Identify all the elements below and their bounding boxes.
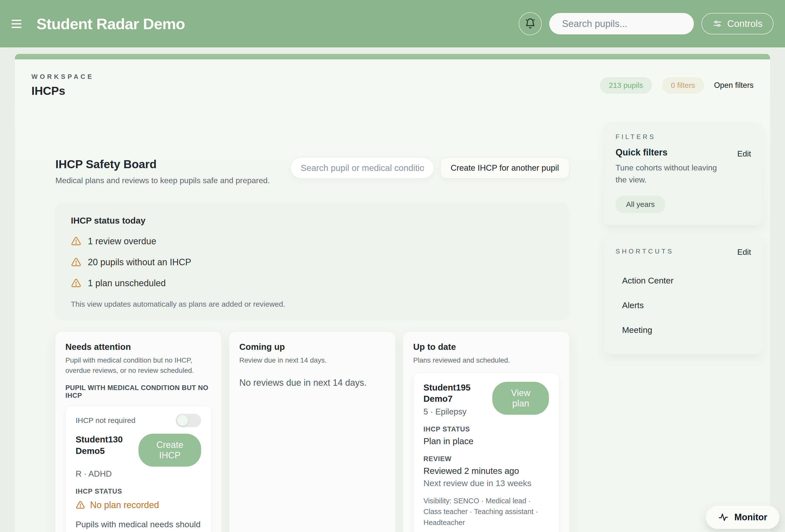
sliders-icon (712, 19, 723, 29)
pupil-meta: R · ADHD (76, 469, 201, 479)
filters-label: FILTERS (615, 133, 751, 141)
review-label: REVIEW (424, 455, 549, 463)
hamburger-menu-icon[interactable] (11, 16, 27, 32)
review-next-line: Next review due in 13 weeks (424, 478, 549, 488)
create-ihcp-another-pupil-button[interactable]: Create IHCP for another pupil (440, 157, 569, 178)
status-item: 20 pupils without an IHCP (71, 257, 554, 268)
create-ihcp-button[interactable]: Create IHCP (138, 434, 201, 466)
bell-icon (525, 18, 536, 29)
shortcuts-label: SHORTCUTS (615, 248, 674, 255)
ihcp-not-required-toggle[interactable] (176, 414, 201, 427)
shortcuts-panel: SHORTCUTS Edit Action Center Alerts Meet… (604, 237, 763, 354)
up-to-date-column: Up to date Plans reviewed and scheduled.… (403, 332, 569, 532)
pupil-card-description: Pupils with medical needs should have a … (76, 518, 201, 532)
board-title: IHCP Safety Board (55, 157, 270, 171)
quick-filters-title: Quick filters (615, 147, 723, 158)
controls-label: Controls (727, 19, 763, 29)
view-plan-button[interactable]: View plan (492, 382, 549, 415)
ihcp-status-label: IHCP STATUS (76, 488, 201, 495)
ihcp-status-value: Plan in place (424, 436, 549, 446)
controls-button[interactable]: Controls (702, 13, 774, 34)
pupil-count-badge: 213 pupils (600, 77, 652, 94)
review-line: Reviewed 2 minutes ago (424, 466, 549, 476)
status-item: 1 plan unscheduled (71, 278, 554, 288)
filters-panel: FILTERS Quick filters Tune cohorts witho… (604, 123, 763, 225)
warning-icon (71, 257, 81, 268)
warning-icon (71, 236, 81, 247)
coming-up-column: Coming up Review due in next 14 days. No… (229, 332, 395, 532)
workspace-label: WORKSPACE (31, 73, 94, 81)
shortcut-alerts[interactable]: Alerts (615, 293, 751, 318)
status-item-text: 1 plan unscheduled (88, 278, 166, 288)
global-search-input[interactable] (562, 19, 681, 29)
filter-count-badge: 0 filters (662, 77, 704, 94)
workspace-title: IHCPs (31, 84, 94, 98)
workspace-band: WORKSPACE IHCPs 213 pupils 0 filters Ope… (19, 63, 766, 108)
board-search (290, 157, 434, 178)
column-title: Up to date (413, 342, 559, 352)
plan-card: Student195 Demo7 5 · Epilepsy View plan … (413, 373, 559, 532)
pupil-meta: 5 · Epilepsy (424, 407, 487, 416)
column-subtitle: Plans reviewed and scheduled. (413, 355, 559, 365)
status-item-text: 1 review overdue (88, 236, 156, 247)
column-title: Needs attention (66, 342, 211, 352)
global-search (549, 13, 694, 34)
ihcp-not-required-label: IHCP not required (76, 416, 135, 425)
board-subtitle: Medical plans and reviews to keep pupils… (55, 176, 270, 185)
coming-up-empty-text: No reviews due in next 14 days. (239, 378, 385, 388)
content-shell: WORKSPACE IHCPs 213 pupils 0 filters Ope… (15, 54, 770, 532)
accent-bar (15, 54, 770, 59)
ihcp-status-label: IHCP STATUS (424, 426, 549, 433)
board-search-input[interactable] (301, 163, 424, 173)
pupil-name: Student195 Demo7 (424, 382, 469, 405)
notifications-button[interactable] (519, 12, 542, 35)
pupil-name: Student130 Demo5 (76, 434, 133, 456)
shortcuts-edit-button[interactable]: Edit (737, 248, 751, 257)
monitor-label: Monitor (734, 512, 767, 523)
status-item: 1 review overdue (71, 236, 554, 247)
shortcut-action-center[interactable]: Action Center (615, 268, 751, 293)
section-label: PUPIL WITH MEDICAL CONDITION BUT NO IHCP (66, 384, 211, 400)
column-subtitle: Review due in next 14 days. (239, 355, 385, 365)
open-filters-button[interactable]: Open filters (714, 81, 754, 90)
all-years-chip[interactable]: All years (615, 196, 665, 213)
status-card-footer: This view updates automatically as plans… (71, 300, 554, 308)
status-card-title: IHCP status today (71, 216, 554, 226)
app-header: Student Radar Demo Controls (0, 0, 785, 47)
warning-icon (76, 500, 85, 510)
warning-icon (71, 278, 81, 288)
quick-filters-description: Tune cohorts without leaving the view. (615, 162, 723, 186)
needs-attention-column: Needs attention Pupil with medical condi… (55, 332, 221, 532)
shortcut-meeting[interactable]: Meeting (615, 318, 751, 343)
no-plan-recorded-text: No plan recorded (90, 500, 159, 510)
right-sidebar: FILTERS Quick filters Tune cohorts witho… (604, 123, 763, 354)
column-title: Coming up (239, 342, 385, 352)
ihcp-status-card: IHCP status today 1 review overdue (55, 203, 569, 320)
column-subtitle: Pupil with medical condition but no IHCP… (66, 355, 211, 376)
pupil-card: IHCP not required Student130 Demo5 Creat… (66, 405, 211, 532)
activity-icon (718, 512, 729, 523)
status-item-text: 20 pupils without an IHCP (88, 257, 191, 268)
app-title: Student Radar Demo (36, 15, 185, 33)
filters-edit-button[interactable]: Edit (737, 149, 751, 158)
monitor-button[interactable]: Monitor (706, 506, 780, 529)
visibility-text: Visibility: SENCO · Medical lead · Class… (424, 496, 549, 528)
